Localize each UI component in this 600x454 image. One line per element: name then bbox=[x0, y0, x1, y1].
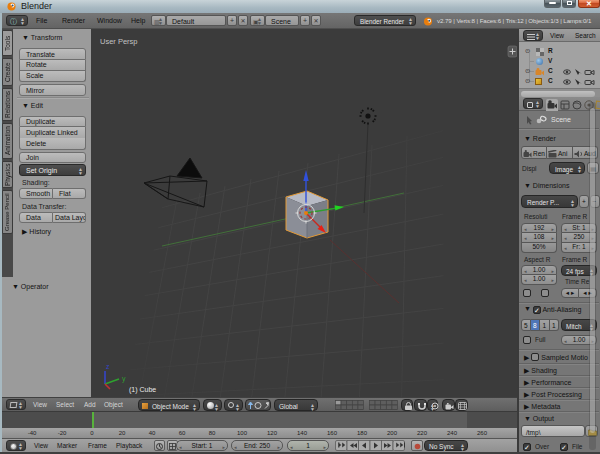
svg-text:User Persp: User Persp bbox=[100, 37, 138, 46]
svg-text:y: y bbox=[122, 375, 126, 383]
svg-text:z: z bbox=[106, 363, 110, 370]
svg-text:(1) Cube: (1) Cube bbox=[129, 386, 156, 394]
